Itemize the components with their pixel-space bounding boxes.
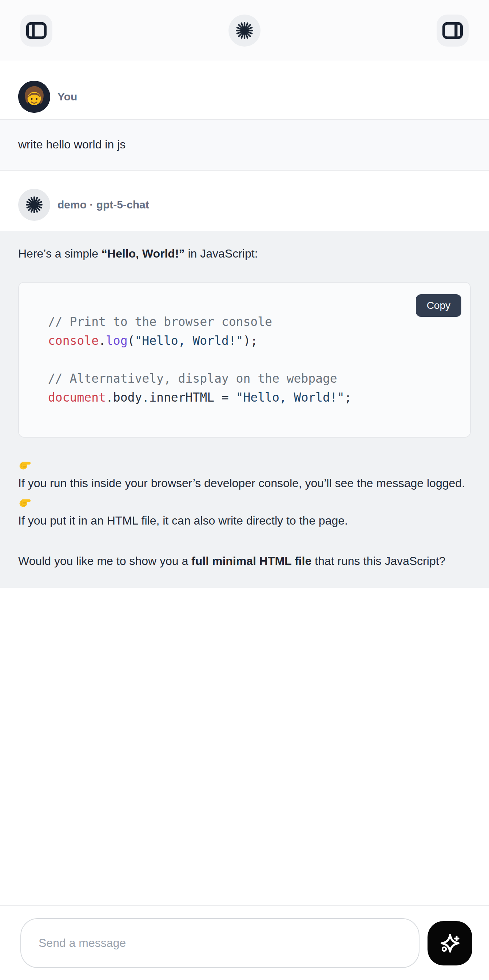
panel-right-icon — [443, 21, 463, 41]
composer-bar — [0, 905, 489, 980]
user-sender-label: You — [57, 91, 77, 103]
copy-button[interactable]: Copy — [416, 294, 461, 317]
pointing-right-hand-icon — [18, 495, 31, 509]
tip-text: If you run this inside your browser’s de… — [18, 477, 465, 490]
topbar — [0, 0, 489, 61]
intro-prefix: Here’s a simple — [18, 247, 102, 260]
starburst-icon — [236, 21, 253, 40]
user-message-bubble: write hello world in js — [0, 119, 489, 170]
sparkle-icon — [438, 932, 462, 955]
tip-text: If you put it in an HTML file, it can al… — [18, 514, 348, 527]
code-line — [48, 350, 448, 369]
panel-left-icon — [26, 21, 46, 41]
model-logo-button[interactable] — [228, 14, 261, 46]
code-line: console.log("Hello, World!"); — [48, 331, 448, 350]
code-line: // Alternatively, display on the webpage — [48, 369, 448, 388]
message-input[interactable] — [38, 936, 401, 950]
person-emoji-icon — [18, 81, 50, 113]
intro-suffix: in JavaScript: — [185, 247, 258, 260]
empty-scroll-area — [0, 588, 489, 905]
closing-bold: full minimal HTML file — [191, 554, 311, 568]
message-input-container[interactable] — [21, 918, 419, 968]
intro-bold: “Hello, World!” — [102, 247, 185, 260]
user-avatar — [18, 81, 50, 113]
code-content: // Print to the browser consoleconsole.l… — [48, 312, 448, 407]
assistant-message: Here’s a simple “Hello, World!” in JavaS… — [0, 231, 489, 588]
assistant-avatar — [18, 189, 50, 221]
pointing-right-hand-icon — [18, 458, 31, 471]
user-message-text: write hello world in js — [18, 138, 126, 151]
tip-paragraph: If you put it in an HTML file, it can al… — [18, 495, 471, 533]
toggle-left-sidebar-button[interactable] — [21, 14, 53, 46]
assistant-sender-row: demo · gpt-5-chat — [0, 170, 489, 231]
code-block: Copy // Print to the browser consolecons… — [18, 282, 471, 438]
send-button[interactable] — [427, 921, 472, 966]
closing-suffix: that runs this JavaScript? — [311, 554, 445, 568]
code-line: document.body.innerHTML = "Hello, World!… — [48, 388, 448, 407]
user-sender-row: You — [0, 61, 489, 119]
assistant-model-label: demo · gpt-5-chat — [57, 199, 149, 211]
code-line: // Print to the browser console — [48, 312, 448, 331]
tips-paragraphs: If you run this inside your browser’s de… — [18, 458, 471, 533]
intro-paragraph: Here’s a simple “Hello, World!” in JavaS… — [18, 245, 471, 262]
tip-paragraph: If you run this inside your browser’s de… — [18, 458, 471, 495]
closing-paragraph: Would you like me to show you a full min… — [18, 549, 471, 573]
closing-prefix: Would you like me to show you a — [18, 554, 191, 568]
toggle-right-sidebar-button[interactable] — [436, 14, 468, 46]
starburst-icon — [25, 196, 43, 213]
